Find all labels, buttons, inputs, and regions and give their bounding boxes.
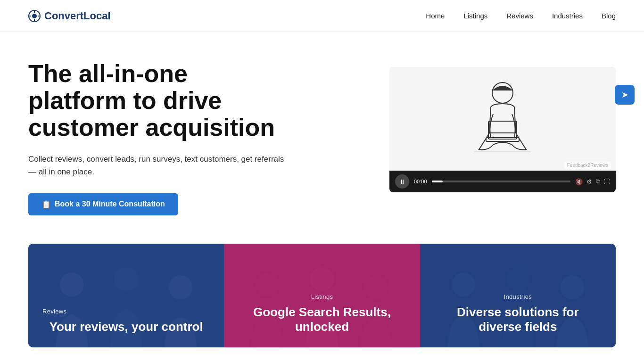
video-progress-fill [432, 181, 443, 182]
cta-icon: 📋 [41, 200, 51, 209]
video-illustration: Feedback2Reviews [389, 67, 616, 171]
card-industries-title: Diverse solutions for diverse fields [434, 305, 602, 334]
card-listings[interactable]: Listings Google Search Results, unlocked [224, 244, 420, 347]
hero-section: The all-in-one platform to drive custome… [0, 32, 644, 234]
volume-icon[interactable]: 🔇 [575, 178, 583, 185]
card-listings-content: Listings Google Search Results, unlocked [238, 293, 405, 334]
video-control-icons: 🔇 ⚙ ⧉ ⛶ [575, 178, 610, 185]
card-listings-label: Listings [238, 293, 405, 300]
card-industries-label: Industries [434, 293, 602, 300]
nav-blog[interactable]: Blog [602, 12, 616, 20]
video-watermark: Feedback2Reviews [564, 162, 611, 169]
hero-heading: The all-in-one platform to drive custome… [28, 60, 292, 141]
logo[interactable]: ConvertLocal [28, 10, 111, 22]
cta-button[interactable]: 📋 Book a 30 Minute Consultation [28, 193, 178, 215]
nav-listings[interactable]: Listings [463, 12, 487, 20]
svg-rect-8 [488, 121, 517, 139]
card-industries[interactable]: Industries Diverse solutions for diverse… [420, 244, 616, 347]
hero-text: The all-in-one platform to drive custome… [28, 60, 292, 215]
card-reviews-label: Reviews [42, 308, 210, 315]
logo-icon [28, 10, 41, 22]
pause-button[interactable]: ⏸ [395, 174, 409, 189]
card-reviews-content: Reviews Your reviews, your control [42, 308, 210, 334]
logo-text: ConvertLocal [44, 10, 111, 22]
video-progress-bar[interactable] [432, 181, 570, 182]
send-icon: ➤ [621, 90, 628, 100]
nav-industries[interactable]: Industries [552, 12, 583, 20]
pip-icon[interactable]: ⧉ [596, 178, 600, 185]
nav-links: Home Listings Reviews Industries Blog [426, 12, 616, 20]
person-illustration [465, 76, 540, 161]
settings-icon[interactable]: ⚙ [586, 178, 592, 185]
navigation: ConvertLocal Home Listings Reviews Indus… [0, 0, 644, 32]
fullscreen-icon[interactable]: ⛶ [604, 178, 610, 185]
svg-point-6 [492, 82, 513, 103]
card-listings-title: Google Search Results, unlocked [238, 305, 405, 334]
pause-icon: ⏸ [399, 178, 405, 185]
card-industries-content: Industries Diverse solutions for diverse… [434, 293, 602, 334]
video-container: Feedback2Reviews ⏸ 00:00 🔇 ⚙ ⧉ ⛶ [389, 67, 616, 192]
video-time: 00:00 [414, 179, 427, 184]
nav-home[interactable]: Home [426, 12, 445, 20]
video-controls: ⏸ 00:00 🔇 ⚙ ⧉ ⛶ [389, 171, 616, 192]
hero-subtext: Collect reviews, convert leads, run surv… [28, 153, 292, 178]
card-reviews[interactable]: Reviews Your reviews, your control [28, 244, 224, 347]
card-reviews-title: Your reviews, your control [42, 320, 210, 334]
hero-video-area: ➤ [311, 67, 616, 208]
svg-point-1 [32, 14, 37, 18]
cta-label: Book a 30 Minute Consultation [55, 200, 165, 208]
nav-reviews[interactable]: Reviews [506, 12, 533, 20]
cards-section: Reviews Your reviews, your control Listi… [28, 244, 616, 347]
float-send-button[interactable]: ➤ [615, 85, 635, 105]
